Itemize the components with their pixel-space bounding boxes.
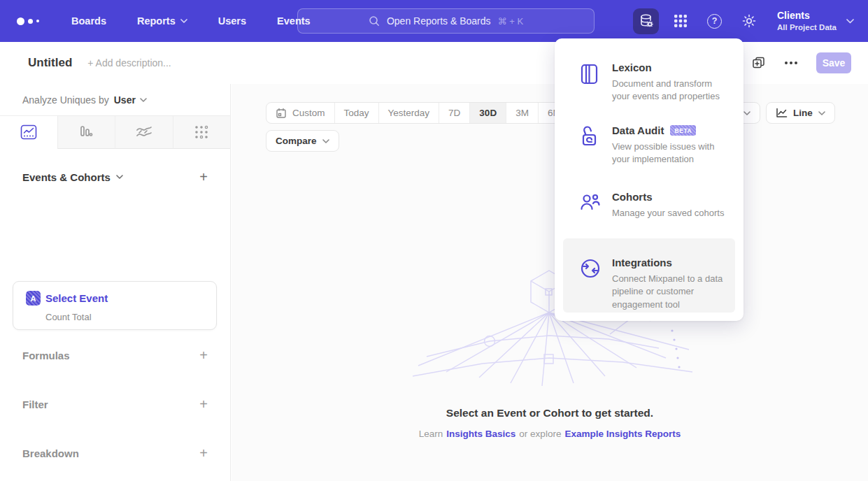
- data-management-button[interactable]: [633, 8, 659, 34]
- project-name: Clients: [777, 9, 837, 22]
- top-navbar: Boards Reports Users Events Open Reports…: [0, 0, 868, 42]
- integrations-icon: [580, 258, 601, 279]
- filter-section: Filter +: [0, 397, 230, 411]
- chart-canvas-area: Custom Today Yesterday 7D 30D 3M 6M Comp…: [232, 84, 868, 481]
- add-breakdown-button[interactable]: +: [199, 446, 208, 460]
- chevron-down-icon: [116, 175, 123, 179]
- more-options-button[interactable]: [784, 61, 798, 65]
- search-shortcut: ⌘ + K: [498, 16, 524, 27]
- tab-bar-chart[interactable]: [57, 116, 115, 149]
- analyze-row: Analyze Uniques by User: [0, 84, 230, 115]
- tab-metrics-grid[interactable]: [173, 116, 231, 149]
- date-range-custom[interactable]: Custom: [266, 103, 334, 123]
- example-reports-link[interactable]: Example Insights Reports: [564, 429, 681, 439]
- empty-state-title: Select an Event or Cohort to get started…: [232, 407, 868, 419]
- help-button[interactable]: ?: [702, 8, 727, 34]
- chevron-down-icon: [744, 111, 750, 115]
- bar-chart-icon: [78, 124, 94, 140]
- global-search-input[interactable]: Open Reports & Boards ⌘ + K: [297, 8, 595, 34]
- tab-stacked-chart[interactable]: [115, 116, 173, 149]
- add-formula-button[interactable]: +: [199, 348, 208, 362]
- insights-basics-link[interactable]: Insights Basics: [446, 429, 515, 439]
- dot-grid-icon: [194, 124, 209, 140]
- analyze-label: Analyze Uniques by: [22, 94, 109, 106]
- menu-item-lexicon[interactable]: Lexicon Document and transform your even…: [555, 62, 744, 103]
- visualization-tabs: [0, 115, 230, 149]
- nav-links: Boards Reports Users Events: [71, 15, 311, 27]
- date-range-3m[interactable]: 3M: [506, 103, 538, 123]
- breakdown-section: Breakdown +: [0, 446, 230, 460]
- apps-grid-button[interactable]: [667, 8, 693, 34]
- empty-state-subtitle: Learn Insights Basics or explore Example…: [232, 429, 868, 439]
- chevron-down-icon: [140, 98, 147, 102]
- cohorts-icon: [580, 192, 601, 212]
- chart-type-dropdown[interactable]: Line: [766, 102, 835, 124]
- nav-item-users[interactable]: Users: [218, 15, 246, 27]
- data-management-dropdown: Lexicon Document and transform your even…: [555, 38, 744, 321]
- search-icon: [369, 15, 380, 27]
- ellipsis-icon: [784, 61, 798, 65]
- event-card[interactable]: A Select Event Count Total: [13, 281, 217, 330]
- database-gear-icon: [638, 13, 655, 29]
- beta-badge: BETA: [670, 125, 696, 136]
- formulas-label: Formulas: [22, 350, 70, 361]
- events-cohorts-section: Events & Cohorts +: [0, 170, 230, 184]
- menu-item-integrations[interactable]: Integrations Connect Mixpanel to a data …: [555, 257, 744, 311]
- chevron-down-icon: [180, 19, 187, 23]
- duplicate-report-button[interactable]: [751, 56, 766, 71]
- grid-icon: [673, 13, 688, 29]
- data-audit-icon: [580, 126, 599, 148]
- formulas-section: Formulas +: [0, 348, 230, 362]
- copy-plus-icon: [751, 56, 766, 71]
- line-chart-icon: [20, 124, 37, 140]
- nav-right: ? Clients All Project Data: [633, 0, 868, 42]
- select-event-label[interactable]: Select Event: [45, 292, 108, 304]
- add-filter-button[interactable]: +: [199, 397, 208, 411]
- query-builder-sidebar: Analyze Uniques by User: [0, 84, 231, 481]
- events-cohorts-label[interactable]: Events & Cohorts: [22, 171, 123, 183]
- add-description-field[interactable]: + Add description...: [87, 57, 171, 69]
- date-range-30d[interactable]: 30D: [469, 103, 506, 123]
- date-range-7d[interactable]: 7D: [439, 103, 469, 123]
- compare-button[interactable]: Compare: [266, 130, 339, 152]
- stacked-area-icon: [136, 124, 152, 140]
- menu-item-cohorts[interactable]: Cohorts Manage your saved cohorts: [555, 191, 744, 220]
- tab-line-chart[interactable]: [0, 116, 57, 149]
- project-scope: All Project Data: [777, 22, 837, 33]
- nav-item-reports[interactable]: Reports: [137, 15, 187, 27]
- search-placeholder: Open Reports & Boards: [387, 15, 491, 27]
- calendar-icon: [276, 108, 287, 119]
- breakdown-label: Breakdown: [22, 447, 79, 459]
- mixpanel-logo-icon[interactable]: [17, 17, 46, 25]
- date-range-yesterday[interactable]: Yesterday: [378, 103, 439, 123]
- gear-icon: [741, 13, 757, 29]
- nav-item-boards[interactable]: Boards: [71, 15, 106, 27]
- event-badge: A: [26, 291, 41, 306]
- date-range-control: Custom Today Yesterday 7D 30D 3M 6M: [266, 102, 571, 124]
- date-range-today[interactable]: Today: [334, 103, 378, 123]
- learn-text: Learn: [419, 429, 443, 439]
- lexicon-icon: [580, 63, 599, 85]
- analyze-value-dropdown[interactable]: User: [114, 94, 147, 106]
- settings-button[interactable]: [736, 8, 762, 34]
- chevron-down-icon: [322, 139, 329, 143]
- filter-label: Filter: [22, 399, 48, 410]
- help-icon: ?: [707, 14, 722, 29]
- line-chart-icon: [776, 108, 788, 118]
- chevron-down-icon: [818, 111, 825, 115]
- report-title[interactable]: Untitled: [28, 56, 72, 70]
- chevron-down-icon: [846, 19, 854, 24]
- save-button[interactable]: Save: [816, 52, 851, 73]
- project-switcher[interactable]: Clients All Project Data: [777, 9, 854, 32]
- add-event-button[interactable]: +: [199, 170, 208, 184]
- count-total-label[interactable]: Count Total: [45, 312, 92, 322]
- menu-item-data-audit[interactable]: Data Audit BETA View possible issues wit…: [555, 124, 744, 166]
- or-explore-text: or explore: [519, 429, 561, 439]
